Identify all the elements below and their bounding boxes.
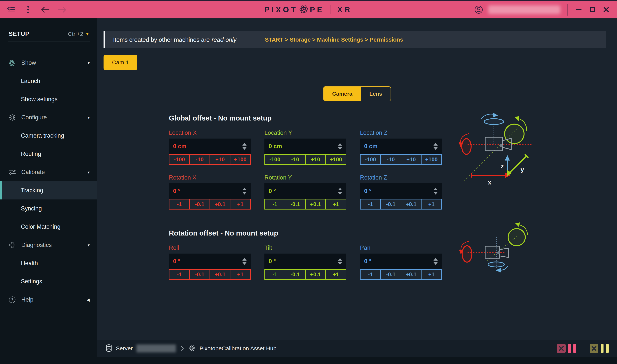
forward-arrow-icon[interactable] (58, 5, 67, 14)
toggle-camera[interactable]: Camera (324, 87, 361, 101)
value-input[interactable]: 0 ° (169, 254, 251, 269)
step-button[interactable]: +100 (230, 155, 250, 164)
value-input[interactable]: 0 cm (264, 139, 346, 154)
step-button[interactable]: -1 (360, 270, 380, 279)
sidebar-item-configure[interactable]: Configure ▾ (0, 108, 97, 127)
value-input[interactable]: 0 ° (264, 254, 346, 269)
spinner-down-icon[interactable] (338, 147, 342, 150)
spinner-up-icon[interactable] (242, 188, 247, 190)
back-arrow-icon[interactable] (41, 5, 50, 14)
value-input[interactable]: 0 ° (360, 183, 442, 199)
step-button[interactable]: +0.1 (401, 199, 421, 209)
spinner-up-icon[interactable] (242, 258, 247, 260)
step-button[interactable]: +0.1 (209, 199, 230, 209)
spinner-down-icon[interactable] (242, 192, 247, 195)
sidebar-item-routing[interactable]: Routing (0, 145, 97, 163)
step-button[interactable]: +1 (421, 270, 441, 279)
breadcrumb[interactable]: START > Storage > Machine Settings > Per… (265, 37, 403, 43)
step-button[interactable]: -0.1 (189, 270, 209, 279)
step-button[interactable]: +10 (305, 155, 325, 164)
close-button[interactable] (602, 5, 611, 14)
collapse-sidebar-icon[interactable] (6, 5, 15, 14)
step-button[interactable]: -100 (360, 155, 380, 164)
step-button[interactable]: -10 (285, 155, 305, 164)
step-button[interactable]: +100 (325, 155, 346, 164)
step-button[interactable]: -10 (189, 155, 209, 164)
spinner-down-icon[interactable] (338, 192, 342, 195)
spinner-down-icon[interactable] (434, 262, 438, 265)
spinner-up-icon[interactable] (434, 258, 438, 260)
spinner-down-icon[interactable] (434, 147, 438, 150)
spinner-down-icon[interactable] (434, 192, 438, 195)
step-button[interactable]: +0.1 (401, 270, 421, 279)
step-button[interactable]: -0.1 (189, 199, 209, 209)
spinner[interactable] (242, 188, 247, 195)
sidebar-item-camera-tracking[interactable]: Camera tracking (0, 127, 97, 145)
sidebar-item-color-matching[interactable]: Color Matching (0, 218, 97, 236)
cam-1-tab[interactable]: Cam 1 (104, 55, 137, 70)
step-button[interactable]: -1 (169, 199, 189, 209)
spinner-up-icon[interactable] (338, 188, 342, 190)
asset-hub-label[interactable]: PixotopeCalibration Asset Hub (199, 345, 276, 352)
step-button[interactable]: -1 (265, 199, 285, 209)
step-button[interactable]: -100 (265, 155, 285, 164)
step-button[interactable]: -0.1 (285, 199, 305, 209)
step-button[interactable]: -0.1 (285, 270, 305, 279)
sidebar-item-tracking[interactable]: Tracking (0, 181, 97, 199)
spinner-up-icon[interactable] (242, 143, 247, 145)
sidebar-item-settings[interactable]: Settings (0, 272, 97, 291)
spinner[interactable] (338, 258, 342, 265)
spinner-up-icon[interactable] (338, 143, 342, 145)
toggle-lens[interactable]: Lens (361, 87, 391, 101)
step-button[interactable]: +10 (401, 155, 421, 164)
minimize-button[interactable] (575, 5, 583, 14)
spinner[interactable] (242, 143, 247, 150)
step-button[interactable]: +100 (421, 155, 441, 164)
step-button[interactable]: -1 (360, 199, 380, 209)
step-button[interactable]: +1 (230, 199, 250, 209)
value-input[interactable]: 0 ° (264, 183, 346, 199)
spinner-down-icon[interactable] (242, 147, 247, 150)
spinner-down-icon[interactable] (242, 262, 247, 265)
kebab-menu-icon[interactable] (24, 5, 33, 14)
step-button[interactable]: -1 (265, 270, 285, 279)
spinner-up-icon[interactable] (434, 143, 438, 145)
step-button[interactable]: +0.1 (305, 270, 325, 279)
spinner-up-icon[interactable] (338, 258, 342, 260)
maximize-button[interactable] (588, 5, 597, 14)
step-button[interactable]: -10 (380, 155, 401, 164)
step-button[interactable]: +1 (421, 199, 441, 209)
value-input[interactable]: 0 ° (169, 183, 251, 199)
step-button[interactable]: -1 (169, 270, 189, 279)
step-button[interactable]: +1 (230, 270, 250, 279)
value-input[interactable]: 0 cm (169, 139, 251, 154)
spinner[interactable] (338, 188, 342, 195)
spinner[interactable] (434, 258, 438, 265)
sidebar-item-diagnostics[interactable]: Diagnostics ▾ (0, 236, 97, 254)
sidebar-item-calibrate[interactable]: Calibrate ▾ (0, 163, 97, 181)
sidebar-item-help[interactable]: ? Help ◀ (0, 291, 97, 309)
value-input[interactable]: 0 ° (360, 254, 442, 269)
sidebar-item-show[interactable]: Show ▾ (0, 54, 97, 72)
step-button[interactable]: -100 (169, 155, 189, 164)
step-button[interactable]: -0.1 (380, 199, 401, 209)
user-email-redacted[interactable] (488, 5, 560, 14)
sidebar-item-health[interactable]: Health (0, 254, 97, 272)
spinner[interactable] (338, 143, 342, 150)
step-button[interactable]: +10 (209, 155, 230, 164)
spinner-up-icon[interactable] (434, 188, 438, 190)
sidebar-item-syncing[interactable]: Syncing (0, 199, 97, 218)
step-button[interactable]: +0.1 (305, 199, 325, 209)
step-button[interactable]: +0.1 (209, 270, 230, 279)
sidebar-item-show-settings[interactable]: Show settings (0, 90, 97, 108)
user-account-icon[interactable] (474, 5, 483, 14)
step-button[interactable]: +1 (325, 270, 346, 279)
sidebar-item-launch[interactable]: Launch (0, 72, 97, 90)
step-button[interactable]: +1 (325, 199, 346, 209)
spinner[interactable] (434, 188, 438, 195)
step-button[interactable]: -0.1 (380, 270, 401, 279)
value-input[interactable]: 0 cm (360, 139, 442, 154)
mode-selector[interactable]: SETUP Ctrl+2 ▾ (8, 26, 90, 42)
spinner[interactable] (242, 258, 247, 265)
spinner[interactable] (434, 143, 438, 150)
